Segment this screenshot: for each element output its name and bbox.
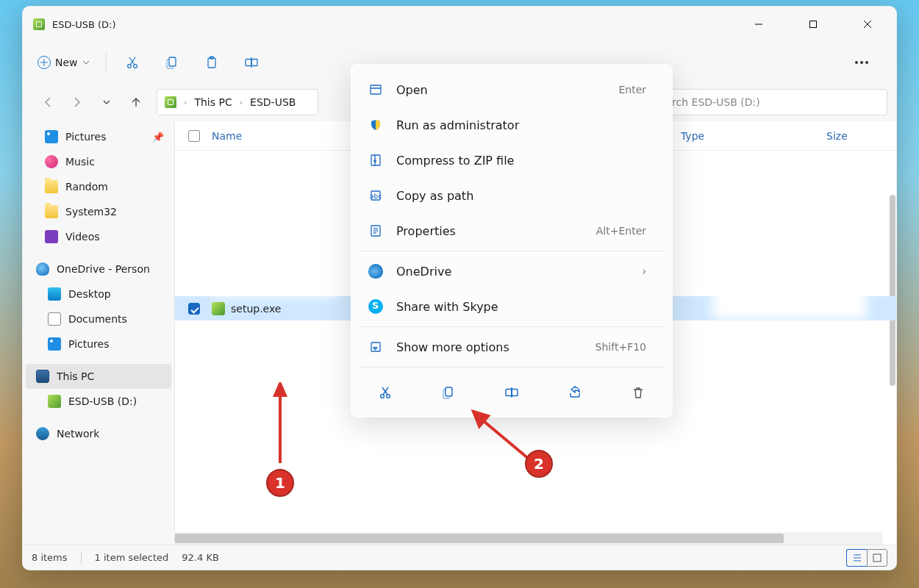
- svg-line-32: [383, 387, 388, 395]
- row-checkbox[interactable]: [188, 303, 200, 315]
- status-item-count: 8 items: [32, 552, 68, 563]
- sidebar-item-documents[interactable]: Documents: [26, 306, 171, 331]
- minimize-button[interactable]: [742, 12, 776, 36]
- breadcrumb[interactable]: › This PC › ESD-USB: [157, 89, 318, 115]
- ctx-delete-button[interactable]: [622, 378, 654, 407]
- ctx-copy-path[interactable]: abcCopy as path: [357, 179, 667, 212]
- svg-rect-8: [169, 57, 176, 66]
- ctx-shortcut: Enter: [618, 84, 646, 96]
- column-header-type[interactable]: Type: [673, 130, 819, 142]
- sidebar-item-label: OneDrive - Person: [57, 263, 150, 275]
- sidebar-item-network[interactable]: Network: [26, 421, 171, 446]
- sidebar-item-desktop[interactable]: Desktop: [26, 282, 171, 306]
- status-selected-count: 1 item selected: [95, 552, 169, 563]
- sidebar-item-music[interactable]: Music: [26, 149, 171, 174]
- sidebar: Pictures📌 Music Random System32 Videos O…: [23, 121, 174, 545]
- sidebar-item-label: Videos: [65, 231, 100, 243]
- up-button[interactable]: [123, 89, 149, 115]
- ctx-skype[interactable]: Share with Skype: [357, 290, 667, 323]
- ctx-cut-button[interactable]: [369, 378, 401, 407]
- plus-icon: [37, 56, 51, 69]
- divider: [106, 53, 107, 72]
- ctx-share-button[interactable]: [559, 378, 591, 407]
- network-icon: [36, 427, 49, 440]
- sidebar-item-pictures[interactable]: Pictures📌: [26, 124, 171, 149]
- sidebar-item-label: Desktop: [68, 288, 111, 300]
- ctx-show-more[interactable]: Show more optionsShift+F10: [357, 330, 667, 364]
- copy-path-icon: abc: [368, 188, 383, 203]
- svg-line-7: [129, 57, 135, 65]
- new-button[interactable]: New: [29, 51, 99, 74]
- ctx-run-admin[interactable]: Run as administrator: [357, 108, 667, 142]
- sidebar-item-videos[interactable]: Videos: [26, 224, 171, 249]
- blurred-content: [212, 158, 337, 296]
- recent-button[interactable]: [93, 89, 120, 115]
- music-icon: [45, 155, 58, 168]
- maximize-button[interactable]: [796, 12, 830, 36]
- sidebar-item-random[interactable]: Random: [26, 174, 171, 199]
- properties-icon: [368, 223, 383, 238]
- horizontal-scrollbar[interactable]: [175, 532, 883, 545]
- svg-rect-36: [512, 390, 518, 396]
- sidebar-item-label: This PC: [57, 370, 94, 382]
- ctx-copy-button[interactable]: [432, 378, 465, 407]
- column-header-size[interactable]: Size: [819, 130, 878, 142]
- ctx-label: Open: [396, 83, 428, 97]
- ctx-rename-button[interactable]: [496, 378, 528, 407]
- svg-line-6: [130, 57, 135, 65]
- close-button[interactable]: [851, 12, 884, 36]
- forward-button[interactable]: [64, 89, 90, 115]
- ctx-label: Compress to ZIP file: [396, 154, 514, 168]
- sidebar-item-onedrive[interactable]: OneDrive - Person: [26, 257, 171, 282]
- svg-point-4: [127, 65, 131, 68]
- thumbnails-view-button[interactable]: [867, 549, 887, 567]
- ctx-open[interactable]: OpenEnter: [357, 73, 667, 107]
- back-button[interactable]: [35, 89, 61, 115]
- onedrive-icon: [368, 264, 383, 279]
- sidebar-item-label: Music: [65, 156, 95, 168]
- more-button[interactable]: [848, 54, 876, 71]
- ctx-label: Show more options: [396, 340, 509, 354]
- skype-icon: [368, 299, 383, 314]
- svg-rect-12: [251, 60, 257, 66]
- zip-icon: [368, 153, 383, 168]
- exe-icon: [212, 302, 225, 315]
- status-bar: 8 items 1 item selected 92.4 KB: [23, 545, 896, 570]
- file-explorer-window: ESD-USB (D:) New › This PC › ESD-USB: [22, 6, 897, 570]
- videos-icon: [45, 230, 58, 243]
- svg-point-30: [381, 395, 385, 398]
- pictures-icon: [45, 130, 58, 143]
- details-view-button[interactable]: [846, 549, 867, 567]
- sidebar-item-label: Pictures: [65, 131, 106, 143]
- breadcrumb-segment[interactable]: ESD-USB: [250, 96, 296, 108]
- ctx-onedrive[interactable]: OneDrive›: [357, 254, 667, 288]
- new-label: New: [55, 57, 78, 68]
- pictures-icon: [48, 337, 61, 351]
- chevron-down-icon: [82, 59, 90, 66]
- scrollbar-thumb[interactable]: [175, 534, 784, 543]
- ctx-label: Run as administrator: [396, 118, 519, 132]
- breadcrumb-segment[interactable]: This PC: [194, 96, 232, 108]
- ctx-label: Share with Skype: [396, 300, 498, 314]
- sidebar-item-this-pc[interactable]: This PC: [26, 364, 171, 389]
- search-input[interactable]: Search ESD-USB (D:): [645, 89, 887, 115]
- documents-icon: [48, 312, 61, 326]
- svg-line-33: [382, 387, 387, 395]
- select-all-checkbox[interactable]: [188, 130, 200, 142]
- sidebar-item-drive[interactable]: ESD-USB (D:): [26, 389, 171, 414]
- sidebar-item-label: Documents: [68, 313, 127, 325]
- this-pc-icon: [36, 370, 49, 383]
- show-more-icon: [368, 340, 383, 354]
- ctx-label: Properties: [396, 224, 456, 238]
- ctx-compress[interactable]: Compress to ZIP file: [357, 143, 667, 177]
- cut-button[interactable]: [114, 48, 151, 77]
- context-menu: OpenEnter Run as administrator Compress …: [351, 64, 673, 417]
- paste-button[interactable]: [193, 48, 230, 77]
- svg-point-31: [387, 395, 390, 398]
- sidebar-item-pictures2[interactable]: Pictures: [26, 331, 171, 356]
- sidebar-item-system32[interactable]: System32: [26, 199, 171, 224]
- chevron-right-icon: ›: [642, 265, 646, 277]
- ctx-properties[interactable]: PropertiesAlt+Enter: [357, 214, 667, 248]
- copy-button[interactable]: [154, 48, 190, 77]
- rename-button[interactable]: [233, 48, 270, 77]
